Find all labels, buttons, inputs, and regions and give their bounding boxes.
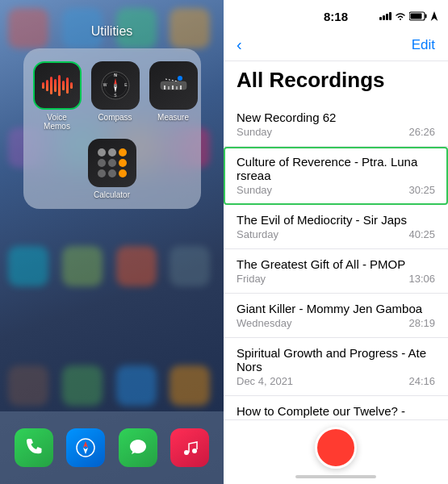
recording-duration: 13:06 [408, 273, 435, 285]
svg-marker-25 [431, 11, 438, 21]
recording-item[interactable]: Giant Killer - Mommy Jen Gamboa Wednesda… [224, 294, 448, 338]
svg-point-15 [178, 76, 182, 81]
recording-title: Giant Killer - Mommy Jen Gamboa [237, 302, 435, 315]
folder-grid: Voice Memos N S W E [33, 61, 191, 131]
status-icons [379, 11, 438, 21]
svg-point-20 [184, 450, 189, 455]
svg-point-8 [114, 84, 117, 87]
recording-item[interactable]: The Evil of Mediocrity - Sir Japs Saturd… [224, 205, 448, 249]
page-title: All Recordings [237, 68, 435, 93]
svg-marker-19 [83, 448, 88, 454]
bottom-dock [0, 411, 224, 484]
recording-date: Dec 4, 2021 [237, 375, 293, 387]
recording-duration: 24:16 [408, 375, 435, 387]
recording-date: Sunday [237, 126, 272, 138]
recording-title: New Recording 62 [237, 111, 435, 124]
back-button[interactable]: ‹ [237, 35, 242, 54]
phone-svg [23, 436, 45, 459]
safari-svg [74, 436, 97, 459]
recording-meta: Saturday 40:25 [237, 228, 435, 240]
status-time: 8:18 [324, 10, 348, 23]
recording-meta: Friday 13:06 [237, 273, 435, 285]
status-bar: 8:18 [224, 0, 448, 32]
calculator-app[interactable]: Calculator [88, 139, 136, 199]
voice-memos-app[interactable]: Voice Memos [33, 61, 82, 131]
svg-text:N: N [114, 73, 117, 77]
folder-background: Voice Memos N S W E [23, 48, 201, 209]
messages-svg [127, 436, 149, 459]
battery-icon [409, 11, 427, 21]
recording-title: Spiritual Growth and Progress - Ate Nors [237, 346, 435, 373]
measure-app[interactable]: Measure [149, 61, 198, 131]
recording-item[interactable]: How to Complete our Twelve? - Daddy Bar.… [224, 396, 448, 419]
recording-duration: 40:25 [408, 228, 435, 240]
compass-icon: N S W E [91, 61, 140, 110]
home-indicator [295, 475, 376, 478]
calculator-icon [88, 139, 136, 187]
voice-memos-label: Voice Memos [33, 113, 82, 131]
recording-date: Friday [237, 273, 266, 285]
utilities-folder[interactable]: Voice Memos N S W E [23, 48, 201, 209]
recording-title: How to Complete our Twelve? - Daddy Bar. [237, 404, 435, 419]
record-button[interactable] [315, 427, 357, 469]
folder-title: Utilities [91, 24, 133, 39]
bottom-bar [224, 419, 448, 484]
voice-memos-screen: 8:18 [224, 0, 448, 484]
recording-date: Wednesday [237, 317, 291, 329]
recording-title: The Evil of Mediocrity - Sir Japs [237, 213, 435, 227]
nav-bar: ‹ Edit [224, 32, 448, 61]
messages-dock-icon[interactable] [119, 428, 157, 467]
svg-line-16 [165, 79, 178, 81]
recordings-list[interactable]: New Recording 62 Sunday 26:26 Culture of… [224, 102, 448, 419]
recording-duration: 28:19 [408, 317, 435, 329]
recording-item[interactable]: New Recording 62 Sunday 26:26 [224, 102, 448, 147]
recording-item-highlighted[interactable]: Culture of Reverence - Ptra. Luna rsreaa… [224, 147, 448, 205]
svg-rect-24 [411, 14, 422, 19]
recording-meta: Dec 4, 2021 24:16 [237, 375, 435, 387]
svg-text:W: W [103, 82, 107, 87]
recording-duration: 26:26 [408, 126, 435, 138]
recording-item[interactable]: Spiritual Growth and Progress - Ate Nors… [224, 338, 448, 396]
edit-button[interactable]: Edit [412, 37, 435, 53]
music-dock-icon[interactable] [170, 428, 209, 467]
svg-rect-23 [425, 15, 427, 19]
home-screen: Utilities [0, 0, 224, 484]
recording-title: Culture of Reverence - Ptra. Luna rsreaa [237, 155, 435, 182]
page-title-section: All Recordings [224, 61, 448, 102]
safari-dock-icon[interactable] [66, 428, 105, 467]
compass-label: Compass [98, 113, 132, 122]
location-arrow-icon [430, 11, 438, 21]
recording-meta: Sunday 30:25 [237, 184, 435, 196]
recording-date: Sunday [237, 184, 272, 196]
compass-svg: N S W E [101, 71, 130, 100]
svg-point-21 [192, 449, 197, 453]
recording-meta: Sunday 26:26 [237, 126, 435, 138]
recording-date: Saturday [237, 228, 278, 240]
folder-second-row: Calculator [33, 139, 191, 199]
measure-label: Measure [157, 113, 189, 122]
calculator-grid [93, 144, 132, 182]
calculator-label: Calculator [94, 190, 130, 199]
music-svg [178, 436, 201, 459]
voice-memos-icon [33, 61, 82, 110]
measure-icon [149, 61, 198, 110]
recording-meta: Wednesday 28:19 [237, 317, 435, 329]
wifi-icon [395, 11, 406, 21]
recording-title: The Greatest Gift of All - PMOP [237, 257, 435, 271]
waveform-graphic [42, 73, 73, 98]
phone-dock-icon[interactable] [15, 428, 53, 467]
svg-marker-18 [83, 441, 88, 448]
recording-duration: 30:25 [408, 184, 435, 196]
signal-bars-icon [379, 12, 391, 20]
measure-svg [159, 71, 188, 100]
compass-app[interactable]: N S W E Compass [91, 61, 140, 131]
recording-item[interactable]: The Greatest Gift of All - PMOP Friday 1… [224, 249, 448, 294]
chevron-left-icon: ‹ [237, 35, 242, 54]
